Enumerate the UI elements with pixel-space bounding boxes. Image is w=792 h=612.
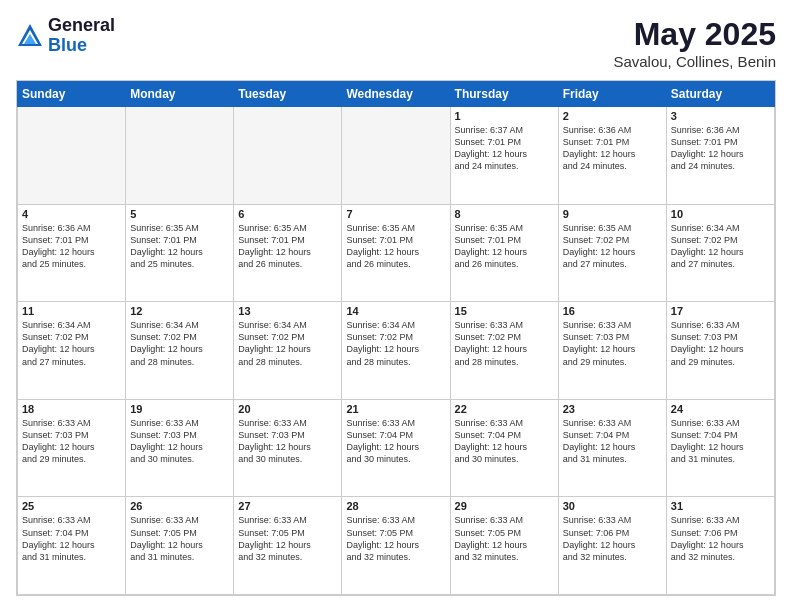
calendar-cell: 17Sunrise: 6:33 AM Sunset: 7:03 PM Dayli… (666, 302, 774, 400)
calendar-cell: 7Sunrise: 6:35 AM Sunset: 7:01 PM Daylig… (342, 204, 450, 302)
day-number: 31 (671, 500, 770, 512)
day-header-friday: Friday (558, 82, 666, 107)
calendar-cell: 27Sunrise: 6:33 AM Sunset: 7:05 PM Dayli… (234, 497, 342, 595)
day-number: 16 (563, 305, 662, 317)
title-block: May 2025 Savalou, Collines, Benin (613, 16, 776, 70)
cell-info: Sunrise: 6:33 AM Sunset: 7:05 PM Dayligh… (455, 514, 554, 563)
week-row-1: 1Sunrise: 6:37 AM Sunset: 7:01 PM Daylig… (18, 107, 775, 205)
day-number: 28 (346, 500, 445, 512)
location: Savalou, Collines, Benin (613, 53, 776, 70)
header-row: SundayMondayTuesdayWednesdayThursdayFrid… (18, 82, 775, 107)
cell-info: Sunrise: 6:35 AM Sunset: 7:01 PM Dayligh… (130, 222, 229, 271)
logo-text: General Blue (48, 16, 115, 56)
cell-info: Sunrise: 6:33 AM Sunset: 7:04 PM Dayligh… (455, 417, 554, 466)
cell-info: Sunrise: 6:37 AM Sunset: 7:01 PM Dayligh… (455, 124, 554, 173)
calendar-cell: 12Sunrise: 6:34 AM Sunset: 7:02 PM Dayli… (126, 302, 234, 400)
day-number: 23 (563, 403, 662, 415)
day-number: 15 (455, 305, 554, 317)
logo-icon (16, 22, 44, 50)
day-number: 20 (238, 403, 337, 415)
cell-info: Sunrise: 6:33 AM Sunset: 7:04 PM Dayligh… (563, 417, 662, 466)
day-number: 2 (563, 110, 662, 122)
cell-info: Sunrise: 6:33 AM Sunset: 7:04 PM Dayligh… (671, 417, 770, 466)
calendar-cell: 3Sunrise: 6:36 AM Sunset: 7:01 PM Daylig… (666, 107, 774, 205)
cell-info: Sunrise: 6:35 AM Sunset: 7:02 PM Dayligh… (563, 222, 662, 271)
page: General Blue May 2025 Savalou, Collines,… (0, 0, 792, 612)
week-row-4: 18Sunrise: 6:33 AM Sunset: 7:03 PM Dayli… (18, 399, 775, 497)
cell-info: Sunrise: 6:34 AM Sunset: 7:02 PM Dayligh… (22, 319, 121, 368)
day-number: 14 (346, 305, 445, 317)
calendar-cell: 11Sunrise: 6:34 AM Sunset: 7:02 PM Dayli… (18, 302, 126, 400)
week-row-3: 11Sunrise: 6:34 AM Sunset: 7:02 PM Dayli… (18, 302, 775, 400)
calendar-cell: 28Sunrise: 6:33 AM Sunset: 7:05 PM Dayli… (342, 497, 450, 595)
cell-info: Sunrise: 6:33 AM Sunset: 7:03 PM Dayligh… (22, 417, 121, 466)
calendar-cell: 14Sunrise: 6:34 AM Sunset: 7:02 PM Dayli… (342, 302, 450, 400)
calendar-cell: 13Sunrise: 6:34 AM Sunset: 7:02 PM Dayli… (234, 302, 342, 400)
day-number: 8 (455, 208, 554, 220)
day-number: 12 (130, 305, 229, 317)
cell-info: Sunrise: 6:33 AM Sunset: 7:05 PM Dayligh… (238, 514, 337, 563)
week-row-5: 25Sunrise: 6:33 AM Sunset: 7:04 PM Dayli… (18, 497, 775, 595)
day-header-tuesday: Tuesday (234, 82, 342, 107)
calendar-cell: 19Sunrise: 6:33 AM Sunset: 7:03 PM Dayli… (126, 399, 234, 497)
cell-info: Sunrise: 6:33 AM Sunset: 7:02 PM Dayligh… (455, 319, 554, 368)
cell-info: Sunrise: 6:34 AM Sunset: 7:02 PM Dayligh… (130, 319, 229, 368)
day-number: 29 (455, 500, 554, 512)
day-number: 6 (238, 208, 337, 220)
calendar-cell: 24Sunrise: 6:33 AM Sunset: 7:04 PM Dayli… (666, 399, 774, 497)
calendar-cell: 30Sunrise: 6:33 AM Sunset: 7:06 PM Dayli… (558, 497, 666, 595)
day-number: 18 (22, 403, 121, 415)
calendar-cell: 26Sunrise: 6:33 AM Sunset: 7:05 PM Dayli… (126, 497, 234, 595)
cell-info: Sunrise: 6:36 AM Sunset: 7:01 PM Dayligh… (671, 124, 770, 173)
logo-blue: Blue (48, 36, 115, 56)
day-number: 25 (22, 500, 121, 512)
cell-info: Sunrise: 6:35 AM Sunset: 7:01 PM Dayligh… (346, 222, 445, 271)
day-number: 9 (563, 208, 662, 220)
calendar-cell (342, 107, 450, 205)
calendar-cell: 1Sunrise: 6:37 AM Sunset: 7:01 PM Daylig… (450, 107, 558, 205)
day-header-thursday: Thursday (450, 82, 558, 107)
logo: General Blue (16, 16, 115, 56)
day-number: 30 (563, 500, 662, 512)
day-number: 13 (238, 305, 337, 317)
day-number: 22 (455, 403, 554, 415)
calendar-cell: 4Sunrise: 6:36 AM Sunset: 7:01 PM Daylig… (18, 204, 126, 302)
calendar-cell (18, 107, 126, 205)
day-header-wednesday: Wednesday (342, 82, 450, 107)
day-number: 5 (130, 208, 229, 220)
calendar-cell: 8Sunrise: 6:35 AM Sunset: 7:01 PM Daylig… (450, 204, 558, 302)
calendar-cell (234, 107, 342, 205)
calendar-cell: 29Sunrise: 6:33 AM Sunset: 7:05 PM Dayli… (450, 497, 558, 595)
calendar-cell: 6Sunrise: 6:35 AM Sunset: 7:01 PM Daylig… (234, 204, 342, 302)
calendar-cell: 9Sunrise: 6:35 AM Sunset: 7:02 PM Daylig… (558, 204, 666, 302)
calendar-cell: 5Sunrise: 6:35 AM Sunset: 7:01 PM Daylig… (126, 204, 234, 302)
calendar-cell: 2Sunrise: 6:36 AM Sunset: 7:01 PM Daylig… (558, 107, 666, 205)
week-row-2: 4Sunrise: 6:36 AM Sunset: 7:01 PM Daylig… (18, 204, 775, 302)
day-header-sunday: Sunday (18, 82, 126, 107)
cell-info: Sunrise: 6:34 AM Sunset: 7:02 PM Dayligh… (238, 319, 337, 368)
cell-info: Sunrise: 6:33 AM Sunset: 7:04 PM Dayligh… (22, 514, 121, 563)
calendar: SundayMondayTuesdayWednesdayThursdayFrid… (16, 80, 776, 596)
day-number: 17 (671, 305, 770, 317)
day-header-saturday: Saturday (666, 82, 774, 107)
day-number: 4 (22, 208, 121, 220)
cell-info: Sunrise: 6:33 AM Sunset: 7:06 PM Dayligh… (671, 514, 770, 563)
cell-info: Sunrise: 6:36 AM Sunset: 7:01 PM Dayligh… (22, 222, 121, 271)
day-number: 1 (455, 110, 554, 122)
calendar-cell: 10Sunrise: 6:34 AM Sunset: 7:02 PM Dayli… (666, 204, 774, 302)
cell-info: Sunrise: 6:33 AM Sunset: 7:04 PM Dayligh… (346, 417, 445, 466)
cell-info: Sunrise: 6:36 AM Sunset: 7:01 PM Dayligh… (563, 124, 662, 173)
calendar-cell: 16Sunrise: 6:33 AM Sunset: 7:03 PM Dayli… (558, 302, 666, 400)
calendar-cell: 31Sunrise: 6:33 AM Sunset: 7:06 PM Dayli… (666, 497, 774, 595)
day-number: 27 (238, 500, 337, 512)
day-number: 11 (22, 305, 121, 317)
day-number: 3 (671, 110, 770, 122)
cell-info: Sunrise: 6:33 AM Sunset: 7:05 PM Dayligh… (130, 514, 229, 563)
calendar-cell: 21Sunrise: 6:33 AM Sunset: 7:04 PM Dayli… (342, 399, 450, 497)
day-number: 26 (130, 500, 229, 512)
cell-info: Sunrise: 6:33 AM Sunset: 7:06 PM Dayligh… (563, 514, 662, 563)
calendar-cell: 20Sunrise: 6:33 AM Sunset: 7:03 PM Dayli… (234, 399, 342, 497)
cell-info: Sunrise: 6:33 AM Sunset: 7:03 PM Dayligh… (671, 319, 770, 368)
day-number: 10 (671, 208, 770, 220)
calendar-table: SundayMondayTuesdayWednesdayThursdayFrid… (17, 81, 775, 595)
